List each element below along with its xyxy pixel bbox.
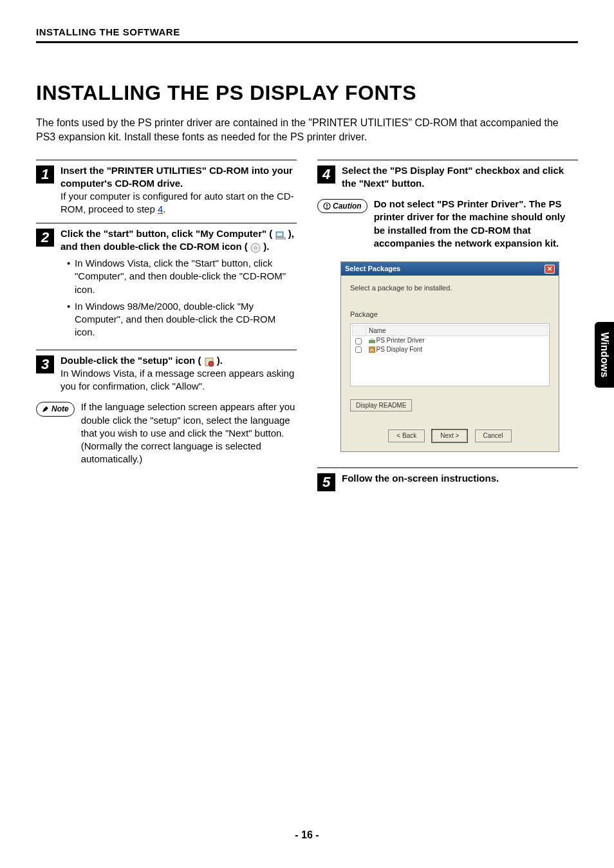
package-group-label: Package <box>350 310 550 319</box>
dialog-title: Select Packages <box>345 264 400 274</box>
next-button[interactable]: Next > <box>432 429 467 442</box>
package-1-label: PS Printer Driver <box>377 337 425 344</box>
step-2-heading-a: Click the "start" button, click "My Comp… <box>60 228 272 239</box>
left-column: 1 Insert the "PRINTER UTILITIES" CD-ROM … <box>36 160 297 498</box>
step-2: 2 Click the "start" button, click "My Co… <box>36 223 297 343</box>
dialog-prompt: Select a package to be installed. <box>350 283 550 293</box>
cancel-button[interactable]: Cancel <box>475 429 512 442</box>
step-1-heading: Insert the "PRINTER UTILITIES" CD-ROM in… <box>60 165 293 189</box>
dialog-titlebar: Select Packages ✕ <box>341 262 559 276</box>
page-number: - 16 - <box>0 828 614 842</box>
intro-paragraph: The fonts used by the PS printer driver … <box>36 116 578 144</box>
svg-point-4 <box>254 247 257 249</box>
svg-text:A: A <box>370 347 374 353</box>
package-row-2[interactable]: APS Display Font <box>353 345 548 354</box>
caution-badge: Caution <box>317 199 367 213</box>
step-3-text: In Windows Vista, if a message screen ap… <box>60 368 294 392</box>
display-font-icon: A <box>369 346 375 353</box>
exclamation-icon <box>323 202 331 210</box>
printer-driver-icon <box>369 338 375 344</box>
package-2-label: PS Display Font <box>377 346 423 353</box>
step-3-heading-b: ). <box>217 355 223 366</box>
note-text: If the language selection screen appears… <box>81 401 297 466</box>
cd-rom-icon <box>250 243 261 252</box>
back-button[interactable]: < Back <box>388 429 425 442</box>
svg-point-9 <box>326 207 328 209</box>
step-3-heading-a: Double-click the "setup" icon ( <box>60 355 201 366</box>
column-name-header: Name <box>366 325 548 336</box>
checkbox-ps-printer-driver[interactable] <box>355 338 362 344</box>
setup-icon <box>204 357 214 366</box>
note-block: Note If the language selection screen ap… <box>36 401 297 466</box>
svg-rect-1 <box>277 233 282 236</box>
right-column: 4 Select the "PS Display Font" checkbox … <box>317 160 578 498</box>
caution-block: Caution Do not select "PS Printer Driver… <box>317 198 578 250</box>
svg-point-6 <box>209 361 214 366</box>
screenshot-select-packages: Select Packages ✕ Select a package to be… <box>340 261 559 452</box>
step-3: 3 Double-click the "setup" icon ( ). In … <box>36 350 297 393</box>
step-5-heading: Follow the on-screen instructions. <box>342 473 499 484</box>
step-number-4: 4 <box>317 165 335 184</box>
step-number-2: 2 <box>36 229 54 247</box>
step-number-5: 5 <box>317 473 335 491</box>
package-listbox: Name PS Printer Driver APS Display Font <box>350 323 550 386</box>
header-rule <box>36 41 578 43</box>
step-1-text-b: . <box>163 203 165 214</box>
pencil-icon <box>42 405 50 413</box>
my-computer-icon <box>275 230 286 239</box>
svg-rect-10 <box>369 340 375 343</box>
caution-label: Caution <box>333 201 362 211</box>
note-badge: Note <box>36 402 75 416</box>
step-1: 1 Insert the "PRINTER UTILITIES" CD-ROM … <box>36 160 297 216</box>
side-tab-windows: Windows <box>595 322 614 388</box>
display-readme-button[interactable]: Display README <box>350 399 412 412</box>
svg-rect-2 <box>275 238 286 240</box>
step-5: 5 Follow the on-screen instructions. <box>317 467 578 491</box>
package-row-1[interactable]: PS Printer Driver <box>353 336 548 345</box>
step-2-heading-c: ). <box>263 241 269 252</box>
step-link-4[interactable]: 4 <box>158 203 163 214</box>
step-number-3: 3 <box>36 355 54 373</box>
step-number-1: 1 <box>36 165 54 184</box>
close-icon[interactable]: ✕ <box>544 265 555 274</box>
checkbox-ps-display-font[interactable] <box>355 346 362 353</box>
running-header: INSTALLING THE SOFTWARE <box>36 26 578 39</box>
svg-rect-11 <box>370 338 374 340</box>
step-1-text-a: If your computer is configured for auto … <box>60 191 294 214</box>
step-2-bullet-2: In Windows 98/Me/2000, double-click "My … <box>67 300 297 339</box>
step-4: 4 Select the "PS Display Font" checkbox … <box>317 160 578 191</box>
note-label: Note <box>51 404 69 414</box>
page-title: INSTALLING THE PS DISPLAY FONTS <box>36 79 578 107</box>
step-4-heading: Select the "PS Display Font" checkbox an… <box>342 165 564 189</box>
caution-text: Do not select "PS Printer Driver". The P… <box>374 198 578 250</box>
step-2-bullet-1: In Windows Vista, click the "Start" butt… <box>67 257 297 296</box>
